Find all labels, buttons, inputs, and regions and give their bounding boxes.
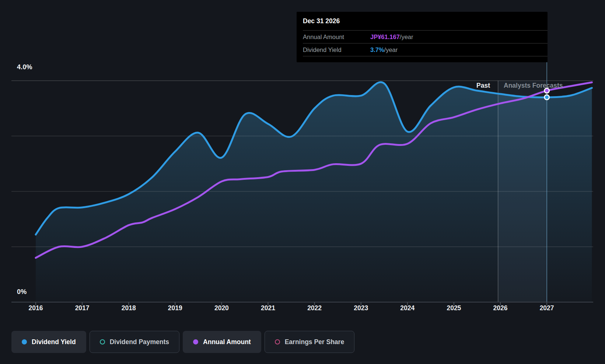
analysts-forecasts-region-label: Analysts Forecasts	[504, 81, 563, 90]
tooltip-date: Dec 31 2026	[297, 12, 548, 30]
x-axis-label-2020: 2020	[205, 304, 238, 312]
x-axis-label-2017: 2017	[66, 304, 99, 312]
y-axis-top-label: 4.0%	[17, 63, 32, 71]
tooltip-suffix: /year	[384, 46, 398, 53]
legend-button-earnings-per-share[interactable]: Earnings Per Share	[265, 331, 354, 353]
legend-button-annual-amount[interactable]: Annual Amount	[183, 331, 261, 353]
tooltip-label: Annual Amount	[303, 34, 370, 41]
past-region-label: Past	[435, 81, 490, 90]
tooltip-value: 3.7%	[370, 46, 384, 53]
legend-label: Annual Amount	[203, 338, 251, 346]
dividend-yield-dot-icon	[22, 339, 27, 344]
chart-legend: Dividend Yield Dividend Payments Annual …	[11, 331, 354, 353]
x-axis-label-2016: 2016	[19, 304, 52, 312]
tooltip-value: JP¥61.167	[370, 34, 400, 41]
x-axis-label-2023: 2023	[345, 304, 378, 312]
x-axis-label-2027: 2027	[530, 304, 563, 312]
x-axis-label-2022: 2022	[298, 304, 331, 312]
y-axis-bottom-label: 0%	[17, 288, 27, 296]
legend-label: Earnings Per Share	[285, 338, 344, 346]
tooltip-row-annual-amount: Annual Amount JP¥61.167 /year	[303, 30, 548, 43]
x-axis-label-2019: 2019	[158, 304, 192, 312]
x-axis-label-2018: 2018	[112, 304, 145, 312]
x-axis-label-2025: 2025	[437, 304, 471, 312]
legend-label: Dividend Yield	[32, 338, 76, 346]
hover-marker-dividend-yield	[545, 95, 549, 100]
tooltip-suffix: /year	[400, 34, 413, 41]
x-axis-label-2024: 2024	[391, 304, 424, 312]
chart-tooltip: Dec 31 2026 Annual Amount JP¥61.167 /yea…	[297, 12, 548, 62]
legend-button-dividend-payments[interactable]: Dividend Payments	[90, 331, 179, 353]
x-axis-label-2026: 2026	[484, 304, 517, 312]
earnings-per-share-ring-icon	[275, 339, 280, 344]
tooltip-row-dividend-yield: Dividend Yield 3.7% /year	[303, 43, 548, 56]
annual-amount-dot-icon	[193, 339, 198, 344]
legend-button-dividend-yield[interactable]: Dividend Yield	[11, 331, 86, 353]
dividend-payments-ring-icon	[100, 339, 105, 344]
x-axis-label-2021: 2021	[252, 304, 285, 312]
legend-label: Dividend Payments	[110, 338, 169, 346]
dividend-history-forecast-chart: 4.0% 0% 20162017201820192020202120222023…	[0, 0, 605, 364]
tooltip-label: Dividend Yield	[303, 46, 370, 53]
